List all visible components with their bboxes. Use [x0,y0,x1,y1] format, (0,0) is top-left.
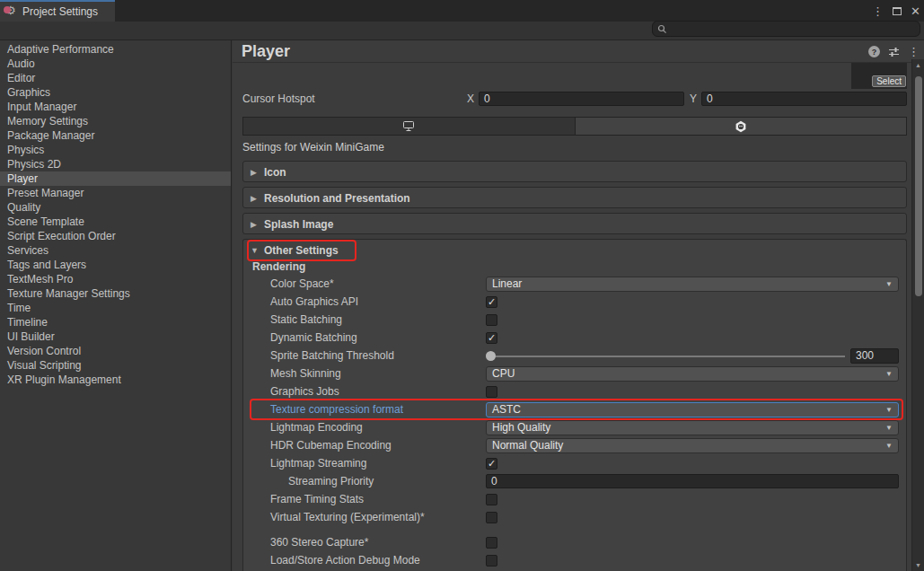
field-streaming-priority: 0 [486,474,899,488]
tab-desktop[interactable] [243,118,576,135]
sidebar-item-tags-and-layers[interactable]: Tags and Layers [0,258,231,272]
sidebar-item-textmesh-pro[interactable]: TextMesh Pro [0,272,231,286]
field-360-stereo-capture [486,537,899,549]
preset-icon[interactable] [888,47,900,57]
setting-label-graphics-jobs: Graphics Jobs [270,385,486,398]
section-header-other-settings[interactable]: ▼Other Settings [243,240,906,260]
field-auto-graphics-api: ✓ [486,296,899,308]
sidebar-item-quality[interactable]: Quality [0,200,231,215]
static-batching-checkbox[interactable] [486,314,497,326]
default-cursor-texture-well[interactable]: Select [851,63,907,89]
project-settings-gear-icon: ⚙ [4,5,18,19]
sidebar-item-visual-scripting[interactable]: Visual Scripting [0,358,231,373]
cursor-hotspot-x-input[interactable]: 0 [479,92,684,106]
sidebar-item-timeline[interactable]: Timeline [0,315,231,329]
sidebar-item-physics[interactable]: Physics [0,143,231,157]
sidebar-item-memory-settings[interactable]: Memory Settings [0,114,231,128]
help-icon[interactable]: ? [868,46,880,57]
sidebar-item-input-manager[interactable]: Input Manager [0,100,231,114]
panel-menu-icon[interactable]: ⋮ [908,46,920,57]
sidebar-item-version-control[interactable]: Version Control [0,344,231,358]
sidebar-item-services[interactable]: Services [0,243,231,258]
player-settings-panel: Player ? ⋮ Select Cursor Hotspot X 0 Y 0 [233,40,924,571]
hdr-cubemap-encoding-dropdown[interactable]: Normal Quality▼ [486,438,899,453]
search-input[interactable] [671,23,904,34]
scroll-up-icon[interactable]: ▲ [912,62,924,68]
sidebar-item-player[interactable]: Player [0,171,231,186]
panel-header: Player ? ⋮ [233,40,924,63]
sprite-batching-threshold-value-input[interactable]: 300 [850,348,899,364]
select-button[interactable]: Select [872,75,906,87]
settings-category-list: Adaptive PerformanceAudioEditorGraphicsI… [0,40,232,571]
auto-graphics-api-checkbox[interactable]: ✓ [486,296,497,308]
scrollbar-thumb[interactable] [915,76,922,296]
sidebar-item-ui-builder[interactable]: UI Builder [0,329,231,344]
sidebar-item-editor[interactable]: Editor [0,71,231,85]
chevron-down-icon: ▼ [885,442,893,450]
setting-label-360-stereo-capture: 360 Stereo Capture* [270,536,486,549]
field-virtual-texturing-experimental [486,512,899,523]
section-icon: ▶Icon [242,161,907,182]
field-graphics-jobs [486,386,899,398]
field-static-batching [486,314,899,326]
section-header-splash-image[interactable]: ▶Splash Image [243,214,906,234]
slider-handle[interactable] [486,351,496,361]
chevron-down-icon: ▼ [885,406,893,414]
sidebar-item-adaptive-performance[interactable]: Adaptive Performance [0,42,231,57]
search-field[interactable] [652,21,920,37]
maximize-icon[interactable] [893,7,902,15]
section-header-icon[interactable]: ▶Icon [243,162,906,182]
sprite-batching-threshold-slider[interactable]: 300 [486,348,899,364]
sidebar-item-preset-manager[interactable]: Preset Manager [0,186,231,200]
color-space-dropdown[interactable]: Linear▼ [486,277,899,292]
setting-row-load-store-action-debug-mode: Load/Store Action Debug Mode [243,551,906,569]
row-spacer [243,526,906,533]
foldout-collapsed-icon: ▶ [251,168,259,177]
streaming-priority-input[interactable]: 0 [486,474,899,488]
frame-timing-stats-checkbox[interactable] [486,494,497,505]
setting-row-hdr-cubemap-encoding: HDR Cubemap EncodingNormal Quality▼ [243,436,906,454]
field-load-store-action-debug-mode [486,555,899,567]
sidebar-item-package-manager[interactable]: Package Manager [0,128,231,143]
close-icon[interactable]: ✕ [911,5,920,17]
load-store-action-debug-mode-checkbox[interactable] [486,555,497,567]
field-lightmap-streaming: ✓ [486,458,899,470]
mesh-skinning-dropdown[interactable]: CPU▼ [486,366,899,382]
hexagon-badge-icon [735,120,747,133]
setting-row-auto-graphics-api: Auto Graphics API✓ [243,293,906,311]
sidebar-item-xr-plugin-management[interactable]: XR Plugin Management [0,373,231,387]
setting-label-texture-compression-format: Texture compression format [270,403,486,416]
project-settings-tab[interactable]: ⚙ Project Settings [0,0,115,22]
setting-row-texture-compression-format: Texture compression formatASTC▼ [243,400,906,418]
chevron-down-icon: ▼ [885,280,893,288]
setting-label-frame-timing-stats: Frame Timing Stats [270,493,486,505]
360-stereo-capture-checkbox[interactable] [486,537,497,549]
setting-row-360-stereo-capture: 360 Stereo Capture* [243,533,906,551]
window-menu-icon[interactable]: ⋮ [872,5,884,17]
lightmap-streaming-checkbox[interactable]: ✓ [486,458,497,470]
sidebar-item-scene-template[interactable]: Scene Template [0,215,231,229]
section-label: Resolution and Presentation [264,192,410,205]
scroll-down-icon[interactable]: ▼ [912,562,924,568]
cursor-hotspot-y-input[interactable]: 0 [701,92,907,106]
virtual-texturing-experimental-checkbox[interactable] [486,512,497,523]
section-header-resolution-and-presentation[interactable]: ▶Resolution and Presentation [243,188,906,208]
platform-tabstrip [242,117,907,136]
sidebar-item-audio[interactable]: Audio [0,57,231,71]
texture-compression-format-dropdown[interactable]: ASTC▼ [486,402,899,417]
dynamic-batching-checkbox[interactable]: ✓ [486,332,497,344]
chevron-down-icon: ▼ [885,424,893,432]
setting-row-frame-timing-stats: Frame Timing Stats [243,490,906,508]
sidebar-item-texture-manager-settings[interactable]: Texture Manager Settings [0,286,231,301]
section-splash-image: ▶Splash Image [242,213,907,234]
sidebar-item-time[interactable]: Time [0,301,231,315]
vertical-scrollbar[interactable]: ▲ ▼ [911,59,924,571]
sidebar-item-script-execution-order[interactable]: Script Execution Order [0,229,231,243]
dropdown-value: High Quality [492,421,885,435]
graphics-jobs-checkbox[interactable] [486,386,497,398]
setting-row-streaming-priority: Streaming Priority0 [243,472,906,490]
sidebar-item-graphics[interactable]: Graphics [0,85,231,100]
sidebar-item-physics-2d[interactable]: Physics 2D [0,157,231,171]
tab-weixin-minigame[interactable] [576,118,907,135]
lightmap-encoding-dropdown[interactable]: High Quality▼ [486,420,899,435]
